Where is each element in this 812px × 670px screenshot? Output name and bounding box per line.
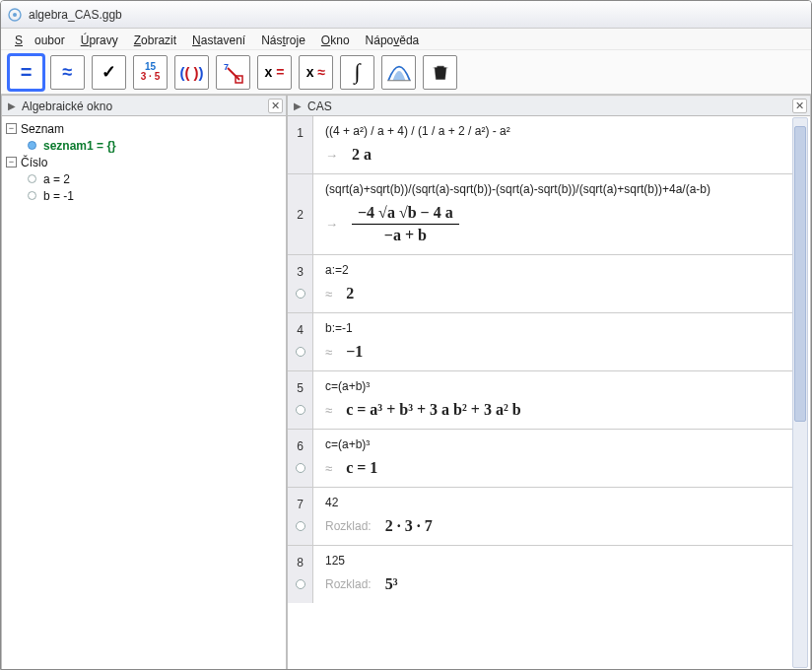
cas-row-output: ≈ c = a³ + b³ + 3 a b² + 3 a² b xyxy=(325,401,780,419)
cas-row[interactable]: 2 (sqrt(a)+sqrt(b))/(sqrt(a)-sqrt(b))-(s… xyxy=(288,174,792,255)
cas-row-output: ≈ c = 1 xyxy=(325,459,780,477)
cas-panel: ▶ CAS ✕ 1 ((4 + a²) / a + 4) / (1 / a + … xyxy=(287,95,811,670)
cas-row[interactable]: 1 ((4 + a²) / a + 4) / (1 / a + 2 / a²) … xyxy=(288,116,792,174)
tool-evaluate[interactable]: = xyxy=(9,55,43,90)
cas-row-input[interactable]: 125 xyxy=(325,554,780,568)
cas-row[interactable]: 3 a:=2 ≈ 2 xyxy=(288,255,792,313)
cas-row-output: → −4 √a √b − 4 a−a + b xyxy=(325,204,780,244)
cas-row[interactable]: 6 c=(a+b)³ ≈ c = 1 xyxy=(288,430,792,488)
window-titlebar: algebra_CAS.ggb xyxy=(1,1,811,29)
cas-row[interactable]: 8 125 Rozklad: 5³ xyxy=(288,546,792,603)
svg-point-1 xyxy=(13,13,17,17)
tool-factor[interactable]: 153 · 5 xyxy=(133,55,168,90)
collapse-toggle-icon[interactable]: − xyxy=(6,123,17,134)
window-title: algebra_CAS.ggb xyxy=(29,8,122,22)
cas-row-output: Rozklad: 5³ xyxy=(325,575,780,593)
cas-row-number[interactable]: 3 xyxy=(288,255,313,312)
cas-row-number[interactable]: 7 xyxy=(288,488,313,545)
algebra-panel: ▶ Algebraické okno ✕ − Seznam seznam1 = … xyxy=(1,95,287,670)
algebra-panel-body: − Seznam seznam1 = {} − Číslo a = 2 xyxy=(2,116,286,670)
visibility-dot-icon[interactable] xyxy=(296,463,305,473)
menu-upravy[interactable]: Úpravy xyxy=(75,32,124,49)
menubar: Soubor Úpravy Zobrazit Nastavení Nástroj… xyxy=(1,29,811,50)
cas-row-input[interactable]: b:=-1 xyxy=(325,321,780,335)
cas-row-number[interactable]: 5 xyxy=(288,371,313,429)
close-panel-button[interactable]: ✕ xyxy=(268,99,283,113)
content: ▶ Algebraické okno ✕ − Seznam seznam1 = … xyxy=(1,95,811,670)
menu-nastroje[interactable]: Nástroje xyxy=(255,32,311,49)
tool-approx[interactable]: ≈ xyxy=(50,55,85,90)
tool-keep-input[interactable]: ✓ xyxy=(92,55,126,90)
menu-okno[interactable]: Okno xyxy=(315,32,356,49)
algebra-panel-header[interactable]: ▶ Algebraické okno ✕ xyxy=(2,96,286,116)
tool-substitute[interactable]: 7 xyxy=(216,55,250,90)
cas-panel-title: CAS xyxy=(307,100,332,113)
cas-row-input[interactable]: 42 xyxy=(325,496,780,509)
cas-row-number[interactable]: 4 xyxy=(288,313,313,370)
tree-group-cislo[interactable]: − Číslo xyxy=(6,154,282,170)
cas-row-number[interactable]: 1 xyxy=(288,116,313,173)
cas-row-input[interactable]: ((4 + a²) / a + 4) / (1 / a + 2 / a²) - … xyxy=(325,124,780,138)
algebra-panel-title: Algebraické okno xyxy=(22,100,112,113)
toolbar: = ≈ ✓ 153 · 5 (( )) 7 x = x ≈ ∫ xyxy=(1,50,811,95)
cas-row-output: ≈ −1 xyxy=(325,343,780,361)
collapse-icon: ▶ xyxy=(8,100,16,111)
tool-integral[interactable]: ∫ xyxy=(340,55,374,90)
cas-row-number[interactable]: 6 xyxy=(288,430,313,487)
cas-row-input[interactable]: c=(a+b)³ xyxy=(325,379,780,393)
tree-item-a[interactable]: a = 2 xyxy=(28,170,282,187)
visibility-dot-icon[interactable] xyxy=(296,289,305,299)
cas-row-number[interactable]: 8 xyxy=(288,546,313,603)
scrollbar-thumb[interactable] xyxy=(794,126,806,422)
visibility-dot-icon[interactable] xyxy=(296,347,305,357)
cas-row[interactable]: 4 b:=-1 ≈ −1 xyxy=(288,313,792,371)
tree-item-seznam1[interactable]: seznam1 = {} xyxy=(28,137,282,154)
cas-panel-header[interactable]: ▶ CAS ✕ xyxy=(288,96,810,116)
tool-solve-numeric[interactable]: x ≈ xyxy=(299,55,333,90)
collapse-icon: ▶ xyxy=(294,100,302,111)
menu-zobrazit[interactable]: Zobrazit xyxy=(128,32,182,49)
visibility-dot-icon[interactable] xyxy=(296,521,305,531)
cas-row-output: Rozklad: 2 · 3 · 7 xyxy=(325,517,780,535)
menu-napoveda[interactable]: Nápověda xyxy=(360,32,426,49)
cas-row[interactable]: 5 c=(a+b)³ ≈ c = a³ + b³ + 3 a b² + 3 a²… xyxy=(288,371,792,430)
tree-group-seznam[interactable]: − Seznam xyxy=(6,120,282,137)
vertical-scrollbar[interactable] xyxy=(792,117,808,668)
menu-soubor[interactable]: Soubor xyxy=(9,32,71,49)
tree-item-b[interactable]: b = -1 xyxy=(28,187,282,204)
cas-row-output: ≈ 2 xyxy=(325,285,780,302)
cas-row-input[interactable]: a:=2 xyxy=(325,263,780,277)
visibility-dot-icon[interactable] xyxy=(28,174,36,183)
close-panel-button[interactable]: ✕ xyxy=(792,99,807,113)
visibility-dot-icon[interactable] xyxy=(28,191,36,200)
svg-text:7: 7 xyxy=(224,62,229,72)
cas-row[interactable]: 7 42 Rozklad: 2 · 3 · 7 xyxy=(288,488,792,546)
tool-delete[interactable] xyxy=(423,55,457,90)
cas-row-input[interactable]: c=(a+b)³ xyxy=(325,437,780,451)
cas-row-number[interactable]: 2 xyxy=(288,174,313,254)
visibility-dot-icon[interactable] xyxy=(296,405,305,415)
menu-nastaveni[interactable]: Nastavení xyxy=(186,32,251,49)
tool-solve[interactable]: x = xyxy=(257,55,292,90)
app-icon xyxy=(7,7,23,23)
visibility-dot-icon[interactable] xyxy=(296,579,305,589)
collapse-toggle-icon[interactable]: − xyxy=(6,157,17,168)
tool-probability[interactable] xyxy=(381,55,416,90)
tool-expand[interactable]: (( )) xyxy=(174,55,209,90)
cas-row-output: → 2 a xyxy=(325,146,780,164)
visibility-dot-icon[interactable] xyxy=(28,141,36,150)
cas-row-input[interactable]: (sqrt(a)+sqrt(b))/(sqrt(a)-sqrt(b))-(sqr… xyxy=(325,182,780,196)
cas-panel-body: 1 ((4 + a²) / a + 4) / (1 / a + 2 / a²) … xyxy=(288,116,810,670)
